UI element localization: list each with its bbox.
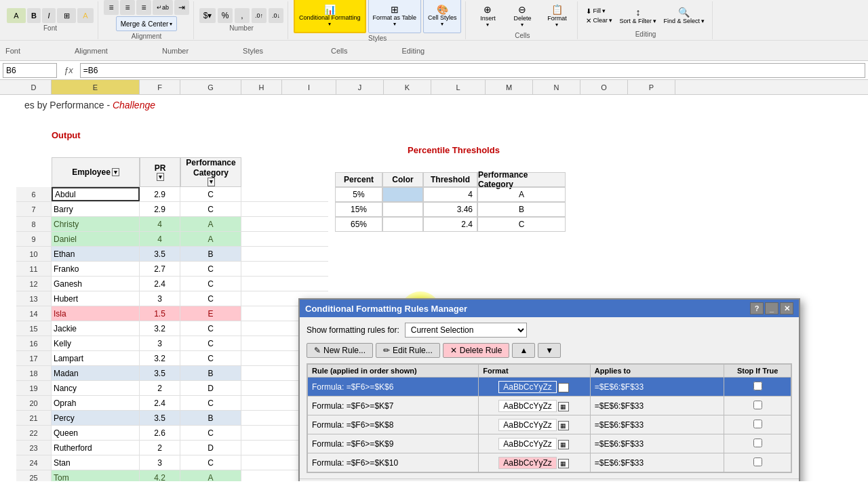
category-cell[interactable]: D: [180, 381, 241, 395]
pr-cell[interactable]: 2.6: [140, 426, 180, 440]
format-icon-button[interactable]: ▦: [558, 383, 569, 392]
pr-cell[interactable]: 2.9: [140, 187, 180, 201]
fill-color-icon[interactable]: A: [77, 8, 94, 23]
indent-icon[interactable]: ⇥: [174, 0, 189, 15]
rule-applies-to-cell[interactable]: =$E$6:$F$33: [590, 434, 724, 453]
category-cell[interactable]: C: [180, 321, 241, 336]
employee-cell[interactable]: Barry: [52, 202, 140, 216]
show-rules-select[interactable]: Current Selection: [405, 323, 527, 338]
category-cell[interactable]: C: [180, 455, 241, 470]
employee-cell[interactable]: Daniel: [52, 232, 140, 246]
employee-cell[interactable]: Tom: [52, 470, 140, 481]
table-row[interactable]: 6Abdul2.9C: [16, 187, 328, 202]
stop-if-true-checkbox[interactable]: [753, 401, 762, 409]
category-cell[interactable]: A: [180, 470, 241, 481]
pr-cell[interactable]: 2: [140, 441, 180, 455]
percentile-row[interactable]: 65%2.4C: [335, 217, 572, 232]
employee-cell[interactable]: Queen: [52, 426, 140, 440]
table-row[interactable]: 24Stan3C: [16, 455, 328, 470]
category-cell[interactable]: A: [180, 232, 241, 246]
employee-cell[interactable]: Abdul: [52, 187, 140, 201]
increase-decimal-icon[interactable]: .0↑: [252, 8, 267, 23]
employee-cell[interactable]: Oprah: [52, 396, 140, 410]
pr-cell[interactable]: 3: [140, 291, 180, 306]
pr-cell[interactable]: 3.5: [140, 247, 180, 261]
move-down-button[interactable]: ▼: [538, 343, 561, 358]
rule-row[interactable]: Formula: =$F6>=$K$8AaBbCcYyZz▦=$E$6:$F$3…: [308, 415, 791, 434]
clear-button[interactable]: ✕ Clear ▾: [583, 16, 615, 25]
edit-rule-button[interactable]: ✏ Edit Rule...: [376, 343, 440, 358]
pr-cell[interactable]: 4.2: [140, 470, 180, 481]
pr-cell[interactable]: 4: [140, 232, 180, 246]
rule-stop-cell[interactable]: [724, 453, 791, 472]
table-row[interactable]: 8Christy4A: [16, 217, 328, 232]
merge-center-button[interactable]: Merge & Center ▾: [116, 16, 178, 31]
find-select-button[interactable]: 🔍 Find & Select ▾: [660, 4, 707, 27]
percent-icon[interactable]: %: [218, 8, 233, 23]
category-cell[interactable]: C: [180, 291, 241, 306]
dialog-close-button[interactable]: ✕: [780, 302, 793, 314]
pr-cell[interactable]: 3: [140, 455, 180, 470]
category-cell[interactable]: D: [180, 441, 241, 455]
insert-button[interactable]: ⊕ Insert ▾: [471, 1, 504, 30]
pr-cell[interactable]: 3.2: [140, 351, 180, 365]
table-row[interactable]: 20Oprah2.4C: [16, 396, 328, 411]
table-row[interactable]: 14Isla1.5E: [16, 306, 328, 321]
table-row[interactable]: 10Ethan3.5B: [16, 247, 328, 262]
pr-cell[interactable]: 2.4: [140, 396, 180, 410]
employee-cell[interactable]: Ganesh: [52, 277, 140, 291]
fill-button[interactable]: ⬇ Fill ▾: [583, 7, 615, 16]
employee-cell[interactable]: Nancy: [52, 381, 140, 395]
cell-styles-button[interactable]: 🎨 Cell Styles ▾: [423, 0, 462, 33]
category-cell[interactable]: C: [180, 351, 241, 365]
rule-stop-cell[interactable]: [724, 434, 791, 453]
rules-scroll-container[interactable]: Rule (applied in order shown) Format App…: [307, 363, 792, 473]
rule-row[interactable]: Formula: =$F6>=$K$6AaBbCcYyZz▦=$E$6:$F$3…: [308, 378, 791, 396]
table-row[interactable]: 23Rutherford2D: [16, 441, 328, 455]
category-cell[interactable]: B: [180, 411, 241, 425]
format-as-table-button[interactable]: ⊞ Format as Table ▾: [368, 0, 421, 33]
rule-applies-to-cell[interactable]: =$E$6:$F$33: [590, 453, 724, 472]
employee-cell[interactable]: Christy: [52, 217, 140, 231]
format-button[interactable]: 📋 Format ▾: [540, 1, 573, 30]
table-row[interactable]: 22Queen2.6C: [16, 426, 328, 441]
rule-stop-cell[interactable]: [724, 415, 791, 434]
table-row[interactable]: 13Hubert3C: [16, 291, 328, 306]
stop-if-true-checkbox[interactable]: [753, 382, 762, 390]
category-cell[interactable]: C: [180, 187, 241, 201]
category-cell[interactable]: E: [180, 306, 241, 321]
table-row[interactable]: 12Ganesh2.4C: [16, 277, 328, 291]
italic-icon[interactable]: I: [42, 8, 56, 23]
pr-cell[interactable]: 4: [140, 217, 180, 231]
pr-cell[interactable]: 2: [140, 381, 180, 395]
category-cell[interactable]: C: [180, 202, 241, 216]
table-row[interactable]: 7Barry2.9C: [16, 202, 328, 217]
align-center-icon[interactable]: ≡: [120, 0, 135, 15]
percentile-row[interactable]: 15%3.46B: [335, 202, 572, 217]
pr-cell[interactable]: 3.5: [140, 366, 180, 380]
employee-filter-icon[interactable]: ▾: [112, 168, 119, 176]
percentile-row[interactable]: 5%4A: [335, 187, 572, 202]
borders-icon[interactable]: ⊞: [57, 8, 76, 23]
rule-row[interactable]: Formula: =$F6>=$K$7AaBbCcYyZz▦=$E$6:$F$3…: [308, 396, 791, 415]
rule-applies-to-cell[interactable]: =$E$6:$F$33: [590, 415, 724, 434]
employee-cell[interactable]: Lampart: [52, 351, 140, 365]
employee-cell[interactable]: Rutherford: [52, 441, 140, 455]
pr-cell[interactable]: 1.5: [140, 306, 180, 321]
stop-if-true-checkbox[interactable]: [753, 420, 762, 428]
employee-cell[interactable]: Madan: [52, 366, 140, 380]
currency-icon[interactable]: $▾: [199, 8, 216, 23]
sort-filter-button[interactable]: ↕ Sort & Filter ▾: [616, 4, 659, 27]
rule-row[interactable]: Formula: =$F6>=$K$9AaBbCcYyZz▦=$E$6:$F$3…: [308, 434, 791, 453]
employee-cell[interactable]: Jackie: [52, 321, 140, 336]
category-cell[interactable]: C: [180, 396, 241, 410]
delete-button[interactable]: ⊖ Delete ▾: [506, 1, 538, 30]
category-cell[interactable]: C: [180, 336, 241, 350]
move-up-button[interactable]: ▲: [512, 343, 535, 358]
category-cell[interactable]: C: [180, 277, 241, 291]
category-cell[interactable]: B: [180, 366, 241, 380]
name-box[interactable]: [3, 63, 57, 78]
pr-cell[interactable]: 3.2: [140, 321, 180, 336]
table-row[interactable]: 9Daniel4A: [16, 232, 328, 247]
font-icon[interactable]: A: [7, 8, 26, 23]
